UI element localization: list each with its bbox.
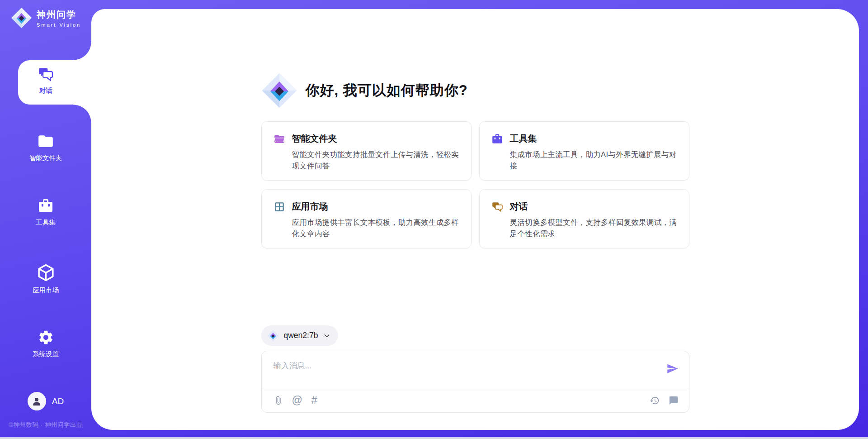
paperclip-icon [274, 396, 283, 405]
send-icon [666, 363, 679, 375]
folder-icon [37, 133, 54, 150]
card-description: 灵活切换多模型文件，支持多样回复效果调试，满足个性化需求 [510, 217, 677, 239]
folder-open-icon [274, 133, 285, 145]
person-icon [31, 396, 42, 407]
card-title: 对话 [510, 200, 677, 213]
model-selector[interactable]: qwen2:7b [261, 325, 339, 346]
card-title: 应用市场 [292, 200, 459, 213]
brand-subtitle: Smart Vision [37, 22, 81, 28]
greeting-text: 你好, 我可以如何帮助你? [306, 81, 468, 100]
hash-icon: # [311, 394, 317, 406]
sidebar-item-toolset[interactable]: 工具集 [0, 198, 91, 227]
mention-button[interactable]: @ [292, 395, 302, 406]
toolbox-icon [38, 198, 54, 214]
chat-bubble-icon [669, 396, 679, 406]
bottom-edge [0, 437, 868, 439]
message-input[interactable] [274, 360, 622, 382]
cube-icon [37, 263, 55, 282]
sidebar-item-label: 系统设置 [0, 350, 91, 358]
model-logo-icon [267, 330, 279, 342]
feature-cards: 智能文件夹 智能文件夹功能支持批量文件上传与清洗，轻松实现文件问答 工具集 集成… [261, 121, 689, 248]
feature-card-smart-folder[interactable]: 智能文件夹 智能文件夹功能支持批量文件上传与清洗，轻松实现文件问答 [261, 121, 472, 181]
main-content: 你好, 我可以如何帮助你? 智能文件夹 智能文件夹功能支持批量文件上传与清洗，轻… [261, 9, 689, 430]
message-composer: @ # [261, 351, 689, 413]
brand-text: 神州问学 Smart Vision [37, 9, 81, 28]
card-text: 应用市场 应用市场提供丰富长文本模板，助力高效生成多样化文章内容 [292, 200, 459, 248]
history-icon [650, 396, 660, 406]
sidebar-item-label: 智能文件夹 [0, 154, 91, 162]
sidebar-item-label: 应用市场 [0, 286, 91, 295]
user-initials: AD [52, 396, 64, 406]
sidebar-item-label: 工具集 [0, 218, 91, 227]
copyright-text: ©神州数码 · 神州问学出品 [0, 421, 91, 429]
avatar [28, 392, 46, 410]
card-description: 智能文件夹功能支持批量文件上传与清洗，轻松实现文件问答 [292, 149, 459, 172]
assistant-logo-icon [261, 72, 297, 109]
card-description: 应用市场提供丰富长文本模板，助力高效生成多样化文章内容 [292, 217, 459, 239]
brand-logo: 神州问学 Smart Vision [11, 7, 81, 29]
grid-icon [274, 201, 285, 213]
main-panel: 你好, 我可以如何帮助你? 智能文件夹 智能文件夹功能支持批量文件上传与清洗，轻… [91, 9, 859, 430]
feature-card-chat[interactable]: 对话 灵活切换多模型文件，支持多样回复效果调试，满足个性化需求 [479, 189, 689, 248]
chevron-down-icon [323, 332, 331, 340]
card-text: 工具集 集成市场上主流工具，助力AI与外界无缝扩展与对接 [510, 133, 677, 180]
feature-card-app-market[interactable]: 应用市场 应用市场提供丰富长文本模板，助力高效生成多样化文章内容 [261, 189, 472, 248]
card-text: 对话 灵活切换多模型文件，支持多样回复效果调试，满足个性化需求 [510, 200, 677, 248]
at-icon: @ [292, 394, 302, 406]
card-title: 智能文件夹 [292, 133, 459, 145]
chat-bubbles-icon [491, 201, 503, 213]
gear-icon [38, 329, 54, 346]
sidebar: 神州问学 Smart Vision 对话 智能文件夹 工具集 应用市场 [0, 0, 91, 439]
sidebar-item-app-market[interactable]: 应用市场 [0, 263, 91, 295]
card-title: 工具集 [510, 133, 677, 145]
card-text: 智能文件夹 智能文件夹功能支持批量文件上传与清洗，轻松实现文件问答 [292, 133, 459, 180]
history-button[interactable] [650, 396, 660, 406]
sidebar-item-label: 对话 [0, 86, 91, 95]
greeting: 你好, 我可以如何帮助你? [261, 72, 689, 109]
sidebar-item-chat[interactable]: 对话 [0, 66, 91, 95]
composer-toolbar: @ # [274, 388, 679, 412]
brand-diamond-icon [11, 7, 32, 29]
brand-name: 神州问学 [37, 9, 81, 21]
user-profile[interactable]: AD [0, 392, 91, 410]
briefcase-icon [491, 133, 503, 145]
chat-icon [38, 66, 54, 82]
card-description: 集成市场上主流工具，助力AI与外界无缝扩展与对接 [510, 149, 677, 172]
sidebar-item-smart-folder[interactable]: 智能文件夹 [0, 133, 91, 162]
sidebar-item-settings[interactable]: 系统设置 [0, 329, 91, 358]
model-name: qwen2:7b [284, 331, 318, 340]
feature-card-toolset[interactable]: 工具集 集成市场上主流工具，助力AI与外界无缝扩展与对接 [479, 121, 689, 181]
topic-button[interactable]: # [311, 395, 317, 406]
conversation-button[interactable] [669, 396, 679, 406]
attach-file-button[interactable] [274, 396, 283, 405]
send-button[interactable] [666, 363, 679, 375]
